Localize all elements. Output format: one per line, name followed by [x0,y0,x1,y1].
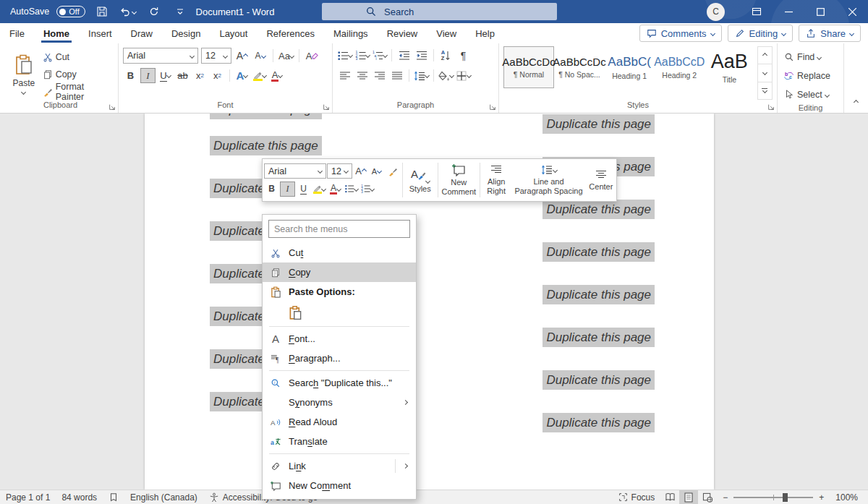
print-layout-button[interactable] [679,490,698,504]
tab-references[interactable]: References [257,23,323,43]
redo-button[interactable] [145,2,163,21]
mini-italic-button[interactable]: I [280,181,295,197]
styles-gallery-more-button[interactable] [758,82,772,99]
web-layout-button[interactable] [698,490,717,504]
superscript-button[interactable]: x2 [210,68,225,83]
autosave-toggle[interactable]: Off [56,6,85,17]
align-right-button[interactable] [372,68,387,83]
mini-center-button[interactable]: Center [586,159,616,201]
show-hide-pilcrow-button[interactable]: ¶ [456,48,471,63]
styles-scroll-down-button[interactable] [758,64,772,82]
mini-grow-font-button[interactable]: A [353,163,368,179]
style-no-spacing[interactable]: AaBbCcDc ¶ No Spac... [554,46,605,88]
menu-item-cut[interactable]: Cut [263,243,416,262]
text-effects-button[interactable]: A [234,68,250,83]
focus-mode-button[interactable]: Focus [613,490,661,504]
menu-search-box[interactable] [268,220,410,238]
align-left-button[interactable] [337,68,352,83]
tab-home[interactable]: Home [34,23,79,43]
mini-styles-button[interactable]: A Styles [404,159,437,201]
tab-design[interactable]: Design [162,23,210,43]
page-indicator[interactable]: Page 1 of 1 [0,490,56,504]
mini-format-painter-button[interactable] [385,163,400,179]
mini-numbering-button[interactable]: 1 2 3 [359,181,375,197]
selected-text-line[interactable]: Duplicate this page [542,370,655,390]
tab-insert[interactable]: Insert [79,23,122,43]
selected-text-line[interactable]: Duplicate this page [542,242,655,262]
style-heading-1[interactable]: AaBbC( Heading 1 [605,46,654,88]
tab-review[interactable]: Review [378,23,427,43]
search-input[interactable] [384,7,529,17]
mini-align-right-button[interactable]: Align Right [481,159,511,201]
mini-font-color-button[interactable]: A [328,181,343,197]
zoom-slider[interactable] [733,497,813,498]
shrink-font-button[interactable]: A [252,48,268,64]
minimize-button[interactable] [773,0,804,23]
mini-shrink-font-button[interactable]: A [369,163,384,179]
underline-button[interactable]: U [158,68,173,83]
undo-button[interactable] [119,2,137,21]
numbering-button[interactable]: 1 2 3 [354,48,370,63]
italic-button[interactable]: I [140,68,156,83]
mini-font-size-select[interactable]: 12 [327,163,352,179]
tab-draw[interactable]: Draw [122,23,162,43]
align-center-button[interactable] [354,68,370,83]
read-mode-button[interactable] [660,490,679,504]
selected-text-line[interactable]: Duplicate this page [542,328,655,347]
zoom-out-button[interactable]: − [717,490,728,504]
tab-mailings[interactable]: Mailings [324,23,378,43]
bullets-button[interactable] [337,48,352,63]
comments-button[interactable]: Comments [639,25,722,42]
format-painter-button[interactable]: Format Painter [41,84,114,100]
replace-button[interactable]: b c Replace [782,68,839,84]
cut-button[interactable]: Cut [41,49,114,65]
style-heading-2[interactable]: AaBbCcD Heading 2 [654,46,705,88]
decrease-indent-button[interactable] [396,48,412,63]
menu-item-translate[interactable]: a Translate [263,432,416,451]
mini-new-comment-button[interactable]: New Comment [438,159,479,201]
editing-mode-button[interactable]: Editing [728,25,793,42]
selected-text-line[interactable]: Duplicate this page [542,413,655,432]
collapse-ribbon-button[interactable] [854,94,858,107]
menu-item-synonyms[interactable]: Synonyms [263,393,416,412]
justify-button[interactable] [389,68,404,83]
styles-scroll-up-button[interactable] [758,47,772,64]
menu-search-input[interactable] [274,224,404,234]
strikethrough-button[interactable]: ab [175,68,190,83]
tab-help[interactable]: Help [466,23,504,43]
font-dialog-launcher[interactable] [323,103,330,111]
share-button[interactable]: Share [799,25,861,42]
selected-text-line[interactable]: Duplicate this page [210,114,322,119]
zoom-slider-thumb[interactable] [783,493,788,502]
mini-highlight-button[interactable] [312,181,327,197]
style-title[interactable]: AaB Title [705,46,754,88]
menu-item-paragraph[interactable]: ¶ Paragraph... [263,349,416,368]
font-color-button[interactable]: A [269,68,284,83]
shading-button[interactable] [438,68,454,83]
menu-item-new-comment[interactable]: New Comment [263,476,416,495]
bold-button[interactable]: B [123,68,138,83]
select-button[interactable]: Select [782,87,839,103]
selected-text-line[interactable]: Duplicate this page [210,136,322,155]
menu-item-font[interactable]: A Font... [263,329,416,349]
change-case-button[interactable]: Aa [278,48,294,64]
grow-font-button[interactable]: A [234,48,250,64]
style-normal[interactable]: AaBbCcDc ¶ Normal [503,46,554,88]
proofing-status[interactable] [103,490,124,504]
multilevel-list-button[interactable]: 1 a i [372,48,387,63]
zoom-in-button[interactable]: + [819,490,830,504]
save-button[interactable] [93,2,111,21]
paste-option-keep-source-formatting[interactable] [263,302,416,324]
find-button[interactable]: Find [782,49,839,65]
sort-button[interactable]: AZ [438,48,454,63]
maximize-button[interactable] [804,0,836,23]
avatar[interactable]: C [707,3,725,21]
close-button[interactable] [836,0,868,23]
mini-font-family-select[interactable]: Arial [264,163,326,179]
tab-view[interactable]: View [427,23,466,43]
copy-button[interactable]: Copy [41,67,114,82]
ribbon-display-options-button[interactable] [741,0,773,23]
mini-bullets-button[interactable] [344,181,359,197]
increase-indent-button[interactable] [414,48,429,63]
subscript-button[interactable]: x2 [192,68,208,83]
